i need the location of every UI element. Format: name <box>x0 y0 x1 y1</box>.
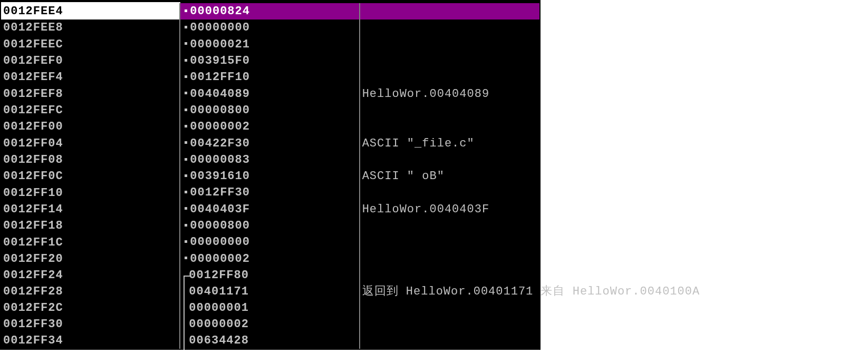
stack-row[interactable]: 0012FF0800000083 <box>1 152 539 168</box>
stack-value: 00404089 <box>190 87 250 101</box>
stack-comment <box>360 300 539 316</box>
stack-marker-icon <box>181 184 190 201</box>
stack-comment <box>360 234 539 250</box>
stack-marker-icon <box>181 102 190 119</box>
stack-value: 00000824 <box>190 5 250 18</box>
stack-row[interactable]: 0012FF0400422F30ASCII "_file.c" <box>1 135 539 152</box>
stack-value-cell: 00000800 <box>180 102 360 119</box>
stack-address: 0012FEF0 <box>1 53 180 69</box>
stack-value-cell: 0012FF30 <box>180 184 360 201</box>
stack-comment <box>360 69 539 85</box>
stack-value-cell: 0012FF10 <box>180 69 360 85</box>
stack-comment <box>360 251 539 267</box>
stack-marker-icon <box>181 3 190 19</box>
stack-value: 0012FF30 <box>190 187 250 200</box>
stack-value: 00634428 <box>189 334 249 347</box>
stack-value-cell: 00634428 <box>180 332 360 349</box>
stack-address: 0012FF10 <box>1 184 180 201</box>
stack-comment <box>360 102 539 119</box>
stack-row[interactable]: 0012FF100012FF30 <box>1 184 539 201</box>
stack-row[interactable]: 0012FF3000000002 <box>1 316 539 332</box>
stack-marker-icon <box>181 168 190 184</box>
stack-value: 00000001 <box>189 301 249 315</box>
stack-address: 0012FF30 <box>1 316 180 332</box>
stack-value: 00000002 <box>190 252 250 266</box>
stack-address: 0012FF34 <box>1 332 180 349</box>
stack-value: 003915F0 <box>190 54 250 67</box>
stack-marker-icon <box>181 135 190 152</box>
stack-comment: 返回到 HelloWor.00401171 来自 HelloWor.004010… <box>360 283 539 300</box>
stack-row[interactable]: 0012FEEC00000021 <box>1 36 539 53</box>
stack-address: 0012FEFC <box>1 102 180 119</box>
stack-marker-icon <box>181 86 190 102</box>
stack-marker-icon <box>181 53 190 69</box>
stack-address: 0012FF28 <box>1 283 180 300</box>
stack-address: 0012FF08 <box>1 152 180 168</box>
stack-row[interactable]: 0012FF1800000800 <box>1 218 539 234</box>
stack-address: 0012FF20 <box>1 251 180 267</box>
stack-address: 0012FF1C <box>1 234 180 250</box>
stack-value: 00422F30 <box>190 137 250 150</box>
stack-value: 00401171 <box>189 285 249 298</box>
stack-row[interactable]: 0012FEE400000824 <box>1 3 539 19</box>
stack-marker-icon <box>181 36 190 53</box>
stack-address: 0012FF04 <box>1 135 180 152</box>
stack-value-cell: 00000800 <box>180 218 360 234</box>
stack-value: 00000000 <box>190 236 250 249</box>
stack-value: 00000002 <box>190 121 250 134</box>
stack-marker-icon <box>181 234 190 250</box>
stack-value-cell: 003915F0 <box>180 53 360 69</box>
stack-marker-icon <box>181 152 190 168</box>
stack-row[interactable]: 0012FEF0003915F0 <box>1 53 539 69</box>
stack-value: 00000800 <box>190 219 250 232</box>
stack-value: 0012FF80 <box>189 269 249 282</box>
stack-row[interactable]: 0012FF0C00391610ASCII " oB" <box>1 168 539 184</box>
stack-comment <box>360 218 539 234</box>
stack-row[interactable]: 0012FEFC00000800 <box>1 102 539 119</box>
stack-row[interactable]: 0012FF3400634428 <box>1 332 539 349</box>
stack-value-cell: 00391610 <box>180 168 360 184</box>
stack-address: 0012FF14 <box>1 201 180 218</box>
stack-value-cell: 00000002 <box>180 316 360 332</box>
stack-comment: ASCII "_file.c" <box>360 135 539 152</box>
stack-value-cell: 00404089 <box>180 86 360 102</box>
stack-address: 0012FF0C <box>1 168 180 184</box>
stack-value-cell: 00000002 <box>180 251 360 267</box>
stack-comment <box>360 119 539 135</box>
stack-value-cell: 00000000 <box>180 19 360 36</box>
stack-address: 0012FF00 <box>1 119 180 135</box>
stack-address: 0012FF18 <box>1 218 180 234</box>
stack-row[interactable]: 0012FEF40012FF10 <box>1 69 539 85</box>
stack-address: 0012FEF8 <box>1 86 180 102</box>
stack-value-cell: 00000002 <box>180 119 360 135</box>
stack-value-cell: 00000824 <box>180 3 360 19</box>
stack-comment <box>360 152 539 168</box>
stack-comment <box>360 19 539 36</box>
stack-row[interactable]: 0012FF140040403FHelloWor.0040403F <box>1 201 539 218</box>
stack-row[interactable]: 0012FF2800401171返回到 HelloWor.00401171 来自… <box>1 283 539 300</box>
stack-comment <box>360 184 539 201</box>
stack-address: 0012FF2C <box>1 300 180 316</box>
stack-value: 00000021 <box>190 38 250 51</box>
stack-value-cell: 0040403F <box>180 201 360 218</box>
stack-value-cell: 00000000 <box>180 234 360 250</box>
stack-row[interactable]: 0012FF240012FF80 <box>1 267 539 283</box>
stack-comment <box>360 332 539 349</box>
stack-dump-pane[interactable]: 0012FEE4000008240012FEE8000000000012FEEC… <box>0 0 541 350</box>
stack-row[interactable]: 0012FEF800404089HelloWor.00404089 <box>1 86 539 102</box>
stack-address: 0012FEE8 <box>1 19 180 36</box>
stack-marker-icon <box>181 119 190 135</box>
stack-row[interactable]: 0012FEE800000000 <box>1 19 539 36</box>
stack-comment <box>360 316 539 332</box>
stack-value-cell: 0012FF80 <box>180 267 360 283</box>
stack-row[interactable]: 0012FF0000000002 <box>1 119 539 135</box>
stack-comment: ASCII " oB" <box>360 168 539 184</box>
stack-marker-icon <box>181 201 190 218</box>
stack-row[interactable]: 0012FF2000000002 <box>1 251 539 267</box>
stack-row[interactable]: 0012FF2C00000001 <box>1 300 539 316</box>
stack-value: 00000800 <box>190 104 250 117</box>
stack-row[interactable]: 0012FF1C00000000 <box>1 234 539 250</box>
stack-address: 0012FF24 <box>1 267 180 283</box>
stack-comment <box>360 53 539 69</box>
stack-marker-icon <box>181 19 190 36</box>
